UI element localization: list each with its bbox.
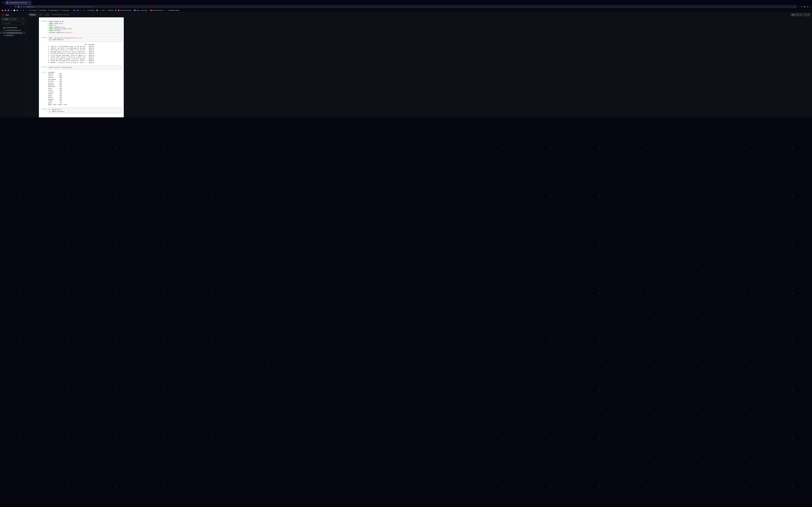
notebook-preview: In [19]: import pandas as pd import nump… <box>39 17 124 117</box>
cell-input[interactable]: X = data["Text"] y = data["Language"] <box>48 108 122 113</box>
cell-prompt <box>41 43 48 64</box>
bookmark-item[interactable] <box>5 10 6 11</box>
edit-button[interactable] <box>804 13 807 16</box>
bookmark-item[interactable]: Swapy – Easy Drag-… <box>134 10 149 11</box>
code-cell: In [19]: import pandas as pd import nump… <box>41 20 122 35</box>
tree-file[interactable]: 🗎 Language Detection.csv <box>1 29 26 32</box>
raw-button[interactable]: Raw <box>791 13 796 16</box>
file-toolbar: Preview Code Blame 812 lines (812 loc) ·… <box>27 12 812 17</box>
github-icon <box>6 2 8 4</box>
file-icon: 🗎 <box>4 32 5 34</box>
bookmark-item[interactable]: ◎ <box>11 10 12 11</box>
output-cell: Text Language 0 Nature, in the broadest … <box>41 43 122 64</box>
bookmark-item[interactable]: ⚡ <box>22 10 24 11</box>
bookmark-item[interactable]: ▶React Chat App Full… <box>150 10 164 11</box>
reload-button[interactable]: ⟳ <box>10 5 12 8</box>
browser-tab[interactable]: LanguageDetection-NLP/Langu ✕ <box>5 1 31 5</box>
bookmarks-bar: ▶ f ◎ ♡ in 𝕏 ⚡ ☁ 🗀AI TOOLS 🗀DSA PREP 🗀GA… <box>0 9 812 12</box>
bookmark-item[interactable]: f <box>7 10 9 11</box>
bookmark-item[interactable]: ♟ <box>83 10 85 11</box>
search-button[interactable] <box>21 18 24 21</box>
bookmark-item[interactable]: P <box>115 10 117 11</box>
add-file-button[interactable]: ＋ <box>18 18 21 21</box>
svg-rect-8 <box>797 14 798 15</box>
bookmark-folder[interactable]: 🗀GATE 2025 & 26 <box>48 10 59 11</box>
menu-icon[interactable]: ≡ <box>810 6 811 8</box>
edit-menu-button[interactable]: ▾ <box>807 13 810 16</box>
bookmark-item[interactable] <box>77 10 79 11</box>
bookmark-item[interactable]: in <box>16 10 18 11</box>
bookmark-item[interactable]: —Delta <box>70 10 75 11</box>
output-cell: Out[27]: Language English 1385 French 10… <box>41 71 122 106</box>
tree-file[interactable]: 🗎 README.md <box>1 34 26 37</box>
forward-button[interactable]: → <box>6 5 8 8</box>
code-cell: In [28]: X = data["Text"] y = data["Lang… <box>41 108 122 113</box>
main-content: Preview Code Blame 812 lines (812 loc) ·… <box>27 12 812 117</box>
bookmark-item[interactable]: ♡ <box>13 10 15 11</box>
file-filter-input[interactable]: Go to file t <box>1 22 25 25</box>
star-icon[interactable]: ☆ <box>794 6 796 7</box>
file-icon: 🗎 <box>4 30 5 31</box>
chevron-down-icon: ⌄ <box>2 27 3 28</box>
bookmark-item[interactable]: ▲Bitbucket <box>106 10 113 11</box>
browser-navbar: ← → ⟳ ⛉ 🔒 ⚙ https://github.com/DevAdvanc… <box>0 5 812 9</box>
tree-folder[interactable]: ⌄ LanguageDetector <box>1 26 26 29</box>
tab-blame[interactable]: Blame <box>44 13 51 16</box>
code-cell: In [20]: data = pd.read_csv("Language De… <box>41 36 122 42</box>
chevron-down-icon: ▾ <box>15 18 15 20</box>
extensions-icon[interactable]: ⧉ <box>807 6 808 8</box>
tune-icon[interactable]: ⚙ <box>21 6 22 7</box>
download-icon <box>800 14 802 15</box>
close-icon[interactable]: ✕ <box>29 2 30 3</box>
pencil-icon <box>805 14 806 15</box>
tab-preview[interactable]: Preview <box>28 13 37 16</box>
bookmark-item[interactable]: 𝕏 <box>19 10 21 11</box>
copy-button[interactable] <box>796 13 799 16</box>
branch-icon <box>3 18 4 20</box>
file-meta: 812 lines (812 loc) · 91.9 KB <box>52 14 69 15</box>
tab-code[interactable]: Code <box>37 13 44 16</box>
cell-output: Language English 1385 French 1014 Spanis… <box>48 71 122 106</box>
bookmark-item[interactable]: ⊕Self Service <box>86 10 95 11</box>
cell-prompt: In [27]: <box>41 65 48 69</box>
browser-tabstrip: LanguageDetection-NLP/Langu ✕ ＋ <box>0 0 812 5</box>
svg-point-6 <box>3 23 4 24</box>
cell-output: Text Language 0 Nature, in the broadest … <box>48 43 122 64</box>
svg-point-4 <box>23 18 24 19</box>
collapse-sidebar-button[interactable] <box>2 13 5 16</box>
downloads-icon[interactable]: ⬇ <box>801 6 802 8</box>
tree-file-selected[interactable]: 🗎 LanguageDetection.ipynb <box>1 32 26 34</box>
bookmarks-overflow-icon[interactable]: » <box>810 10 811 11</box>
bookmark-folder[interactable]: 🗀DSA PREP <box>38 10 46 11</box>
url-text: https://github.com/DevAdvancer/LanguageD… <box>23 6 794 7</box>
bookmark-item[interactable]: ◆ <box>80 10 82 11</box>
cell-input[interactable]: data = pd.read_csv("Language Detection.c… <box>48 36 122 42</box>
bookmark-folder[interactable]: 🗀NLP project <box>61 10 69 11</box>
svg-rect-2 <box>2 14 4 15</box>
files-sidebar: Files main ▾ ＋ Go to file t ⌄ <box>0 12 27 117</box>
account-icon[interactable]: ◉ <box>804 6 805 8</box>
code-cell: In [27]: data["Language"].value_counts() <box>41 65 122 69</box>
bookmark-item[interactable]: ◣TryHackMe | Dashb… <box>166 10 181 11</box>
url-bar[interactable]: ⛉ 🔒 ⚙ https://github.com/DevAdvancer/Lan… <box>14 5 797 8</box>
bookmark-item[interactable]: ☁ <box>26 10 27 11</box>
bookmark-item[interactable]: ◉GATE <box>99 10 105 11</box>
file-tree: ⌄ LanguageDetector 🗎 Language Detection.… <box>0 25 26 38</box>
bookmark-item[interactable]: ▶ <box>2 10 3 11</box>
sidebar-toggle-icon[interactable] <box>1 1 5 4</box>
kbd-hint: t <box>21 22 23 24</box>
svg-rect-9 <box>797 14 798 15</box>
download-button[interactable] <box>800 13 803 16</box>
pocket-icon[interactable]: ⌵ <box>798 6 799 8</box>
cell-prompt: In [19]: <box>41 20 48 35</box>
cell-input[interactable]: data["Language"].value_counts() <box>48 65 122 69</box>
bookmark-item[interactable]: ▶Vishnu Sahasranam… <box>118 10 133 11</box>
new-tab-button[interactable]: ＋ <box>32 1 35 4</box>
bookmark-folder[interactable]: 🗀AI TOOLS <box>29 10 37 11</box>
lock-icon: 🔒 <box>18 6 19 7</box>
branch-selector[interactable]: main ▾ <box>1 18 17 21</box>
cell-prompt: In [28]: <box>41 108 48 113</box>
cell-input[interactable]: import pandas as pd import numpy as np i… <box>48 20 122 35</box>
bookmark-item[interactable] <box>96 10 98 11</box>
back-button[interactable]: ← <box>1 5 4 8</box>
